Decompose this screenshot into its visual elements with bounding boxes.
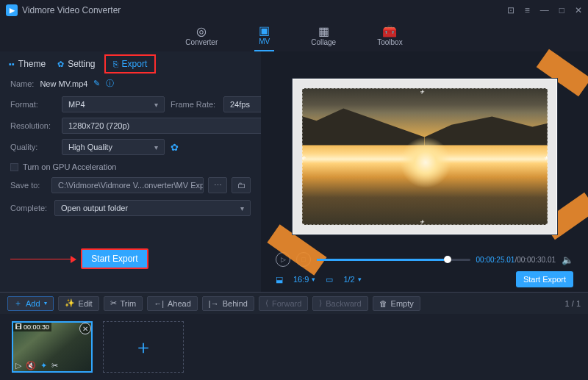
remove-clip-button[interactable]: ✕ [79,323,91,334]
tab-collage[interactable]: ▦ Collage [306,21,340,51]
behind-button[interactable]: |→Behind [202,296,254,311]
clip-thumbnail[interactable]: 🎞 00:00:30 ✕ ▷ 🔇 ✦ ✂ [12,321,93,373]
forward-label: Forward [272,299,301,308]
seek-knob[interactable] [444,256,451,263]
minimize-icon[interactable]: — [540,5,549,15]
clip-duration-badge: 🎞 00:00:30 [13,323,51,331]
add-clip-button[interactable]: ＋ [103,321,184,373]
tab-toolbox-label: Toolbox [377,38,402,46]
zoom-select[interactable]: 1/2 [343,275,361,284]
saveto-path[interactable]: C:\Vidmore\Vidmore V...onverter\MV Expor… [51,177,204,193]
behind-label: Behind [223,299,248,308]
crop-handles[interactable]: ++ ++ ⌐¬ ⌐¬ [302,88,548,225]
backward-icon: ⟩ [319,298,322,308]
start-export-button-right[interactable]: Start Export [516,271,573,287]
clip-duration: 00:00:30 [24,323,49,331]
clip-effect-icon[interactable]: ✦ [40,361,47,370]
subtab-setting[interactable]: ✿ Setting [57,59,95,69]
trim-label: Trim [121,299,137,308]
quality-label: Quality: [10,143,56,151]
seek-bar[interactable] [317,259,470,261]
theme-icon: ▪▪ [9,60,15,68]
add-label: Add [26,299,40,308]
close-icon[interactable]: ✕ [575,5,582,15]
aspect-icon: ⬓ [276,275,283,284]
annotation-arrow [10,259,72,259]
clip-trim-icon[interactable]: ✂ [51,361,58,370]
browse-button[interactable]: ⋯ [208,177,227,193]
empty-label: Empty [391,299,414,308]
checkbox-icon [10,163,18,171]
add-button[interactable]: ＋Add▾ [7,296,54,311]
ahead-button[interactable]: ←|Ahead [147,296,198,311]
feedback-icon[interactable]: ⊡ [507,5,514,15]
rename-icon[interactable]: ✎ [93,79,100,88]
setting-icon: ✿ [57,60,64,69]
gpu-checkbox[interactable]: Turn on GPU Acceleration [0,159,261,174]
seek-fill [317,259,444,261]
video-frame: ++ ++ ⌐¬ ⌐¬ [293,79,557,234]
start-export-button[interactable]: Start Export [81,248,148,269]
saveto-label: Save to: [10,181,47,190]
time-total: 00:00:30.01 [517,256,556,264]
edit-button[interactable]: ✨Edit [58,296,99,311]
menu-icon[interactable]: ≡ [525,5,530,15]
name-value: New MV.mp4 [40,79,87,88]
format-select[interactable]: MP4 [62,96,165,112]
ahead-icon: ←| [154,299,164,308]
quality-value: High Quality [68,143,112,151]
tab-mv-label: MV [259,37,270,46]
aspect-select[interactable]: 16:9 [293,275,315,284]
maximize-icon[interactable]: □ [559,5,564,15]
wand-icon: ✨ [65,298,75,308]
scissors-icon: ✂ [110,298,117,308]
collage-icon: ▦ [318,26,329,37]
name-label: Name: [10,79,34,88]
preview-image: ++ ++ ⌐¬ ⌐¬ [302,88,548,225]
clip-mute-icon[interactable]: 🔇 [26,361,36,370]
trim-button[interactable]: ✂Trim [104,296,143,311]
complete-value: Open output folder [61,204,128,212]
plus-icon: ＋ [14,298,22,309]
open-folder-button[interactable]: 🗀 [232,177,251,193]
clip-play-icon[interactable]: ▷ [15,361,21,370]
gpu-label: Turn on GPU Acceleration [23,162,116,171]
zoom-value: 1/2 [343,275,354,284]
window-title: Vidmore Video Converter [22,5,121,15]
chevron-down-icon: ▾ [44,300,47,306]
complete-select[interactable]: Open output folder [54,200,251,216]
preview-area[interactable]: ++ ++ ⌐¬ ⌐¬ [276,65,573,248]
tab-mv[interactable]: ▣ MV [254,21,274,51]
backward-button[interactable]: ⟩Backward [312,296,368,311]
format-label: Format: [10,100,56,109]
quality-select[interactable]: High Quality [62,139,165,155]
complete-label: Complete: [10,204,47,212]
aspect-value: 16:9 [293,275,309,284]
framerate-value: 24fps [230,100,250,109]
resolution-select[interactable]: 1280x720 (720p) [62,118,276,134]
format-value: MP4 [68,100,85,109]
time-current: 00:00:25.01 [476,256,515,264]
page-indicator: 1 / 1 [565,299,581,308]
mv-icon: ▣ [259,25,270,37]
subtab-export-label: Export [122,59,148,69]
subtab-theme[interactable]: ▪▪ Theme [9,59,46,69]
empty-button[interactable]: 🗑Empty [373,296,420,311]
start-export-label: Start Export [91,254,137,264]
volume-icon[interactable]: 🔈 [562,254,573,265]
info-icon[interactable]: ⓘ [106,78,114,89]
forward-button[interactable]: ⟨Forward [259,296,308,311]
quality-settings-icon[interactable]: ✿ [171,142,218,153]
tab-converter[interactable]: ◎ Converter [181,21,222,51]
ahead-label: Ahead [168,299,191,308]
edit-label: Edit [79,299,93,308]
trash-icon: 🗑 [379,299,387,308]
app-logo: ▶ [6,4,18,16]
left-panel: ▪▪ Theme ✿ Setting ⎘ Export Name: New MV… [0,51,261,292]
zoom-icon: ▭ [326,275,333,284]
backward-label: Backward [326,299,361,308]
subtab-export[interactable]: ⎘ Export [107,57,154,71]
toolbox-icon: 🧰 [382,26,397,37]
tab-toolbox[interactable]: 🧰 Toolbox [373,21,406,51]
time-display: 00:00:25.01/00:00:30.01 [476,256,556,264]
